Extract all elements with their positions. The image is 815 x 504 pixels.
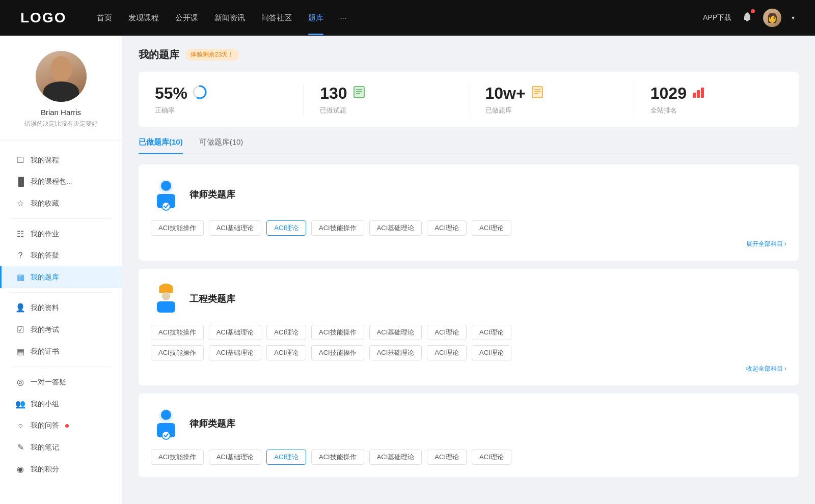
expand-bank1[interactable]: 展开全部科目 › [151,240,786,248]
tag-bank2-r2-3[interactable]: ACI技能操作 [311,345,364,360]
ranking-label: 全站排名 [650,106,677,115]
sidebar-item-my-courses[interactable]: ☐ 我的课程 [0,149,122,171]
tab-available[interactable]: 可做题库(10) [199,137,243,153]
tag-bank3-5[interactable]: ACI理论 [427,450,467,465]
svg-rect-14 [697,90,700,98]
tag-bank2-3[interactable]: ACI技能操作 [311,325,364,340]
tag-bank2-0[interactable]: ACI技能操作 [151,325,204,340]
tag-bank1-3[interactable]: ACI技能操作 [311,220,364,236]
stat-accuracy: 55% 正确率 [139,84,304,115]
svg-point-26 [161,410,171,420]
tag-bank1-5[interactable]: ACI理论 [427,220,467,236]
sidebar-item-one-to-one[interactable]: ◎ 一对一答疑 [0,371,122,393]
sidebar-item-my-qa[interactable]: ○ 我的问答 [0,415,122,436]
svg-rect-24 [157,301,175,313]
tag-bank1-6[interactable]: ACI理论 [472,220,511,236]
nav-news[interactable]: 新闻资讯 [214,13,245,23]
bank-name-1: 律师类题库 [189,188,235,201]
sidebar-item-label: 我的资料 [31,303,59,313]
tag-bank1-2[interactable]: ACI理论 [266,220,306,236]
bank-name-3: 律师类题库 [189,417,235,430]
tag-bank2-5[interactable]: ACI理论 [427,325,467,340]
user-motto: 错误的决定比没有决定要好 [24,120,98,128]
nav-more[interactable]: ··· [340,13,346,23]
sidebar-item-label: 我的证书 [31,347,59,356]
page-header: 我的题库 体验剩余23天！ [139,48,799,62]
stat-row: 55% [155,84,207,103]
stat-row: 130 [320,84,365,103]
sidebar-item-groups[interactable]: 👥 我的小组 [0,393,122,415]
tag-bank2-r2-2[interactable]: ACI理论 [266,345,306,360]
package-icon: ▐▌ [15,177,25,186]
cert-icon: ▤ [15,347,25,356]
nav-links: 首页 发现课程 公开课 新闻资讯 问答社区 题库 ··· [97,13,683,23]
nav-qa[interactable]: 问答社区 [261,13,292,23]
lawyer-bank-icon [151,177,181,212]
sidebar-item-profile[interactable]: 👤 我的资料 [0,297,122,319]
tag-bank2-6[interactable]: ACI理论 [472,325,511,340]
accuracy-label: 正确率 [155,106,175,115]
page-body: Brian Harris 错误的决定比没有决定要好 ☐ 我的课程 ▐▌ 我的课程… [0,36,815,504]
svg-point-28 [162,431,170,439]
sidebar-item-qa[interactable]: ? 我的答疑 [0,245,122,266]
sidebar-item-points[interactable]: ◉ 我的积分 [0,458,122,480]
tags-row-bank2-1: ACI技能操作 ACI基础理论 ACI理论 ACI技能操作 ACI基础理论 AC… [151,325,786,340]
nav-questionbank[interactable]: 题库 [308,13,323,23]
sidebar-item-label: 我的笔记 [31,443,59,452]
done-banks-icon [531,86,544,102]
done-banks-label: 已做题库 [485,106,512,115]
profile-icon: 👤 [15,303,25,313]
main-content: 我的题库 体验剩余23天！ 55% 正确率 13 [122,36,815,504]
sidebar-item-question-bank[interactable]: ▦ 我的题库 [0,266,122,288]
star-icon: ☆ [15,199,25,208]
navbar: LOGO 首页 发现课程 公开课 新闻资讯 问答社区 题库 ··· APP下载 … [0,0,815,36]
collapse-bank2[interactable]: 收起全部科目 › [151,365,786,373]
tag-bank2-4[interactable]: ACI基础理论 [369,325,422,340]
tag-bank2-r2-1[interactable]: ACI基础理论 [209,345,262,360]
accuracy-icon [193,85,207,102]
nav-discover[interactable]: 发现课程 [128,13,159,23]
sidebar-item-course-packages[interactable]: ▐▌ 我的课程包... [0,171,122,192]
sidebar-item-label: 我的考试 [31,325,59,334]
tag-bank2-1[interactable]: ACI基础理论 [209,325,262,340]
bank-card-1: 律师类题库 ACI技能操作 ACI基础理论 ACI理论 ACI技能操作 ACI基… [139,164,799,261]
my-qa-icon: ○ [15,421,25,430]
tag-bank1-1[interactable]: ACI基础理论 [209,220,262,236]
tag-bank3-4[interactable]: ACI基础理论 [369,450,422,465]
done-banks-value: 10w+ [485,84,526,103]
sidebar-item-certificate[interactable]: ▤ 我的证书 [0,341,122,362]
tag-bank2-r2-6[interactable]: ACI理论 [472,345,511,360]
tag-bank1-4[interactable]: ACI基础理论 [369,220,422,236]
user-menu-chevron[interactable]: ▾ [792,14,795,21]
tag-bank2-2[interactable]: ACI理论 [266,325,306,340]
tag-bank3-0[interactable]: ACI技能操作 [151,450,204,465]
tag-bank2-r2-0[interactable]: ACI技能操作 [151,345,204,360]
exam-icon: ☑ [15,325,25,334]
sidebar-item-homework[interactable]: ☷ 我的作业 [0,223,122,245]
sidebar-item-favorites[interactable]: ☆ 我的收藏 [0,192,122,214]
done-questions-icon [352,86,366,102]
tag-bank2-r2-5[interactable]: ACI理论 [427,345,467,360]
tag-bank3-6[interactable]: ACI理论 [472,450,511,465]
stats-bar: 55% 正确率 130 [139,72,799,127]
logo[interactable]: LOGO [20,10,66,26]
tag-bank3-1[interactable]: ACI基础理论 [209,450,262,465]
divider-2 [10,292,112,293]
sidebar-item-label: 我的收藏 [31,199,59,208]
groups-icon: 👥 [15,399,25,409]
tag-bank2-r2-4[interactable]: ACI基础理论 [369,345,422,360]
tag-bank3-3[interactable]: ACI技能操作 [311,450,364,465]
notification-bell[interactable] [742,11,753,24]
nav-home[interactable]: 首页 [97,13,112,23]
tag-bank3-2[interactable]: ACI理论 [266,450,306,465]
tab-done[interactable]: 已做题库(10) [139,137,183,153]
tag-bank1-0[interactable]: ACI技能操作 [151,220,204,236]
sidebar-item-exam[interactable]: ☑ 我的考试 [0,319,122,341]
qa-notification-dot [65,424,69,428]
app-download-button[interactable]: APP下载 [703,13,731,22]
user-avatar-nav[interactable]: 👩 [763,9,781,27]
sidebar-item-label: 我的积分 [31,465,59,474]
nav-opencourse[interactable]: 公开课 [175,13,198,23]
svg-point-23 [162,292,170,300]
sidebar-item-notes[interactable]: ✎ 我的笔记 [0,436,122,458]
